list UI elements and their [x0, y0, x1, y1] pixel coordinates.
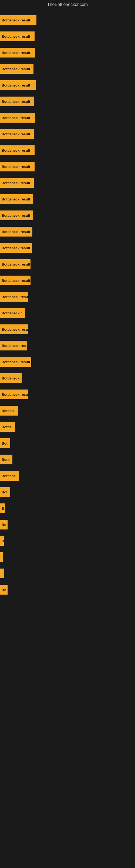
bar-row — [0, 565, 135, 582]
bottleneck-bar[interactable]: Bottleneck result — [0, 31, 35, 41]
bottleneck-bar[interactable]: Bottleneck r — [0, 308, 25, 318]
bar-label: Bottleneck result — [2, 197, 30, 201]
bar-row: Bo — [0, 517, 135, 533]
bar-row: Bottleneck result — [0, 240, 135, 256]
bar-row: Bottleneck result — [0, 158, 135, 175]
bar-label: B — [2, 539, 4, 543]
bottleneck-bar[interactable]: Bot — [0, 487, 10, 497]
bar-label: Bot — [2, 490, 8, 494]
bar-row: Bottleneck res — [0, 337, 135, 354]
bottleneck-bar[interactable]: Bottleneck resu — [0, 324, 28, 334]
bar-label: Bottlen — [2, 409, 14, 413]
bar-label: Bottleneck resu — [2, 328, 28, 332]
bottleneck-bar[interactable]: Bottleneck result — [0, 357, 31, 367]
bottleneck-bar[interactable]: Bottleneck result — [0, 178, 34, 188]
bottleneck-bar[interactable]: Bottleneck result — [0, 48, 35, 58]
bottleneck-bar[interactable]: Bottleneck result — [0, 259, 31, 269]
bar-label: Bo — [2, 588, 6, 592]
bottleneck-bar[interactable]: Bottleneck result — [0, 243, 32, 253]
bottleneck-bar[interactable]: Bottleneck result — [0, 194, 33, 204]
bar-label: Bottleneck result — [2, 18, 30, 22]
bar-label: I — [2, 555, 3, 559]
bar-row: Bottl — [0, 452, 135, 468]
bottleneck-bar[interactable]: Bottleneck result — [0, 227, 32, 237]
bottleneck-bar[interactable]: Bottleneck result — [0, 162, 35, 172]
bar-row: Bottleneck r — [0, 305, 135, 321]
bottleneck-bar[interactable]: I — [0, 552, 3, 562]
bar-label: Bottleneck result — [2, 148, 30, 152]
bar-row: Bottleneck resu — [0, 386, 135, 403]
bar-row: Bottleneck result — [0, 207, 135, 223]
bottleneck-bar[interactable]: Bottleneck result — [0, 113, 35, 123]
bar-label: Bottleneck — [2, 376, 19, 380]
bar-row: Bot — [0, 435, 135, 452]
bottleneck-bar[interactable]: Bottleneck result — [0, 15, 37, 25]
bottleneck-bar[interactable]: Bottleneck res — [0, 341, 27, 350]
bar-label: Bottleneck res — [2, 344, 26, 348]
bars-container: Bottleneck resultBottleneck resultBottle… — [0, 9, 135, 600]
bottleneck-bar[interactable]: Bot — [0, 438, 10, 448]
bar-row: Bottleneck result — [0, 93, 135, 110]
bar-row: Bottleneck result — [0, 175, 135, 191]
bar-row: Bot — [0, 484, 135, 500]
bar-label: Bottleneck result — [2, 34, 30, 38]
bar-label: Bottleneck result — [2, 262, 30, 267]
bottleneck-bar[interactable]: Bottleneck result — [0, 64, 34, 74]
site-title: TheBottlenecker.com — [0, 0, 135, 9]
bottleneck-bar[interactable]: Bo — [0, 520, 8, 529]
bar-row: Bottleneck result — [0, 28, 135, 44]
bar-label: Bottleneck r — [2, 311, 22, 315]
bar-label: Bottleneck result — [2, 279, 30, 283]
bar-row: Bo — [0, 582, 135, 598]
bar-label: Bottleneck result — [2, 230, 30, 234]
bottleneck-bar[interactable]: Bottlene — [0, 471, 19, 480]
bottleneck-bar[interactable]: Bottleneck result — [0, 97, 34, 106]
bar-row: Bottleneck result — [0, 44, 135, 61]
bar-label: Bottleneck result — [2, 360, 30, 364]
bar-label: Bo — [2, 523, 6, 527]
bottleneck-bar[interactable]: Bottleneck result — [0, 80, 36, 90]
bar-row: Bottlen — [0, 403, 135, 419]
bottleneck-bar[interactable]: Bottleneck resu — [0, 390, 28, 399]
bottleneck-bar[interactable] — [0, 568, 4, 578]
bottleneck-bar[interactable]: Bottleneck — [0, 373, 21, 383]
bottleneck-bar[interactable]: Bottleneck result — [0, 129, 34, 139]
bar-label: Bottleneck result — [2, 99, 30, 104]
bottleneck-bar[interactable]: Bo — [0, 585, 8, 595]
bottleneck-bar[interactable]: Bottle — [0, 422, 15, 432]
bar-row: Bottleneck result — [0, 256, 135, 272]
bar-label: Bottleneck result — [2, 67, 30, 71]
bar-label: Bottleneck result — [2, 246, 30, 250]
bottleneck-bar[interactable]: Bottlen — [0, 406, 18, 415]
bottleneck-bar[interactable]: Bottleneck result — [0, 276, 31, 285]
bar-label: Bottleneck result — [2, 116, 30, 120]
bottleneck-bar[interactable]: B — [0, 503, 5, 513]
bar-row: Bottleneck result — [0, 142, 135, 158]
bar-row: B — [0, 533, 135, 549]
bar-label: Bottleneck result — [2, 51, 30, 55]
bar-label: Bottleneck result — [2, 132, 30, 136]
bottleneck-bar[interactable]: Bottleneck resu — [0, 292, 28, 302]
bar-row: Bottleneck result — [0, 354, 135, 370]
bar-row: Bottleneck resu — [0, 321, 135, 337]
bar-row: Bottlene — [0, 468, 135, 484]
bottleneck-bar[interactable]: Bottleneck result — [0, 211, 33, 220]
bar-label: Bottleneck result — [2, 165, 30, 169]
bar-row: Bottleneck result — [0, 126, 135, 142]
bar-label: B — [2, 506, 4, 510]
bar-label: Bottl — [2, 458, 10, 462]
bar-row: Bottleneck result — [0, 12, 135, 28]
bar-label: Bottleneck result — [2, 181, 30, 185]
bar-label: Bot — [2, 441, 8, 445]
bar-row: B — [0, 500, 135, 517]
bar-row: Bottleneck result — [0, 272, 135, 289]
bar-row: Bottle — [0, 419, 135, 435]
bar-row: Bottleneck result — [0, 191, 135, 207]
bottleneck-bar[interactable]: B — [0, 536, 4, 546]
bar-row: Bottleneck result — [0, 110, 135, 126]
bar-label: Bottleneck resu — [2, 295, 28, 299]
bottleneck-bar[interactable]: Bottleneck result — [0, 145, 35, 155]
bottleneck-bar[interactable]: Bottl — [0, 455, 12, 464]
bar-row: Bottleneck result — [0, 77, 135, 93]
bar-label: Bottle — [2, 425, 12, 429]
